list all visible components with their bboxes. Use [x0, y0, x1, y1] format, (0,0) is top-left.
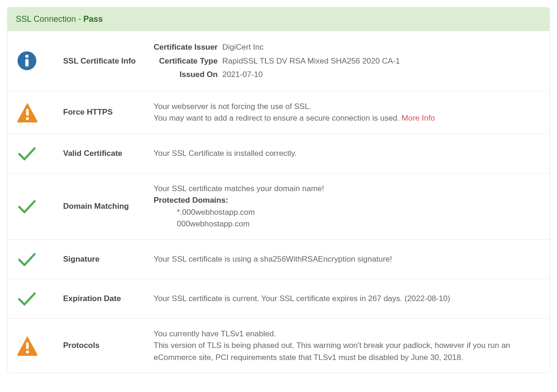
icon-cell — [17, 249, 63, 270]
protocols-line1: You currently have TLSv1 enabled. — [154, 328, 543, 340]
ssl-panel: SSL Connection - Pass SSL Certificate In… — [7, 7, 550, 373]
row-valid-cert: Valid Certificate Your SSL Certificate i… — [7, 134, 550, 174]
label-expiration: Expiration Date — [63, 293, 154, 305]
check-icon — [17, 196, 37, 217]
icon-cell — [17, 51, 63, 71]
content-domain-matching: Your SSL certificate matches your domain… — [154, 183, 543, 230]
cert-type-label: Certificate Type — [154, 54, 222, 68]
label-protocols: Protocols — [63, 340, 154, 352]
svg-point-6 — [26, 350, 29, 353]
content-expiration: Your SSL certificate is current. Your SS… — [154, 293, 543, 305]
content-cert-info: Certificate Issuer DigiCert Inc Certific… — [154, 40, 543, 82]
content-signature: Your SSL certificate is using a sha256Wi… — [154, 253, 543, 265]
label-domain-matching: Domain Matching — [63, 200, 154, 212]
info-icon — [17, 51, 37, 71]
protected-domain-2: 000webhostapp.com — [154, 218, 543, 230]
label-cert-info: SSL Certificate Info — [63, 55, 154, 67]
row-force-https: Force HTTPS Your webserver is not forcin… — [7, 91, 550, 134]
protected-domain-1: *.000webhostapp.com — [154, 206, 543, 218]
content-force-https: Your webserver is not forcing the use of… — [154, 101, 543, 124]
label-valid-cert: Valid Certificate — [63, 148, 154, 160]
cert-issuer-label: Certificate Issuer — [154, 40, 222, 54]
more-info-link[interactable]: More Info — [402, 114, 435, 122]
content-valid-cert: Your SSL Certificate is installed correc… — [154, 148, 543, 160]
svg-rect-3 — [26, 109, 29, 116]
cert-issued-value: 2021-07-10 — [222, 68, 400, 82]
force-https-line2: You may want to add a redirect to ensure… — [154, 112, 543, 124]
header-status: Pass — [83, 14, 103, 24]
protected-domains-head: Protected Domains: — [154, 194, 543, 206]
icon-cell — [17, 289, 63, 309]
row-expiration: Expiration Date Your SSL certificate is … — [7, 279, 550, 319]
header-prefix: SSL Connection - — [16, 14, 83, 24]
warning-icon — [17, 335, 38, 356]
content-protocols: You currently have TLSv1 enabled. This v… — [154, 328, 543, 364]
row-signature: Signature Your SSL certificate is using … — [7, 240, 550, 279]
cert-issued-label: Issued On — [154, 68, 222, 82]
label-force-https: Force HTTPS — [63, 106, 154, 118]
domain-match-line1: Your SSL certificate matches your domain… — [154, 183, 543, 195]
icon-cell — [17, 335, 63, 356]
protocols-line2: This version of TLS is being phased out.… — [154, 340, 543, 363]
svg-point-4 — [26, 117, 29, 120]
icon-cell — [17, 102, 63, 123]
check-icon — [17, 289, 37, 309]
svg-rect-2 — [25, 59, 28, 67]
label-signature: Signature — [63, 253, 154, 265]
icon-cell — [17, 143, 63, 164]
panel-header: SSL Connection - Pass — [7, 7, 550, 31]
check-icon — [17, 249, 37, 270]
icon-cell — [17, 196, 63, 217]
cert-type-value: RapidSSL TLS DV RSA Mixed SHA256 2020 CA… — [222, 54, 400, 68]
row-cert-info: SSL Certificate Info Certificate Issuer … — [7, 31, 550, 91]
svg-point-1 — [25, 55, 28, 58]
svg-rect-5 — [26, 342, 29, 349]
check-icon — [17, 143, 37, 164]
warning-icon — [17, 102, 38, 123]
cert-issuer-value: DigiCert Inc — [222, 40, 400, 54]
row-protocols: Protocols You currently have TLSv1 enabl… — [7, 319, 550, 373]
row-domain-matching: Domain Matching Your SSL certificate mat… — [7, 174, 550, 240]
force-https-line1: Your webserver is not forcing the use of… — [154, 101, 543, 113]
